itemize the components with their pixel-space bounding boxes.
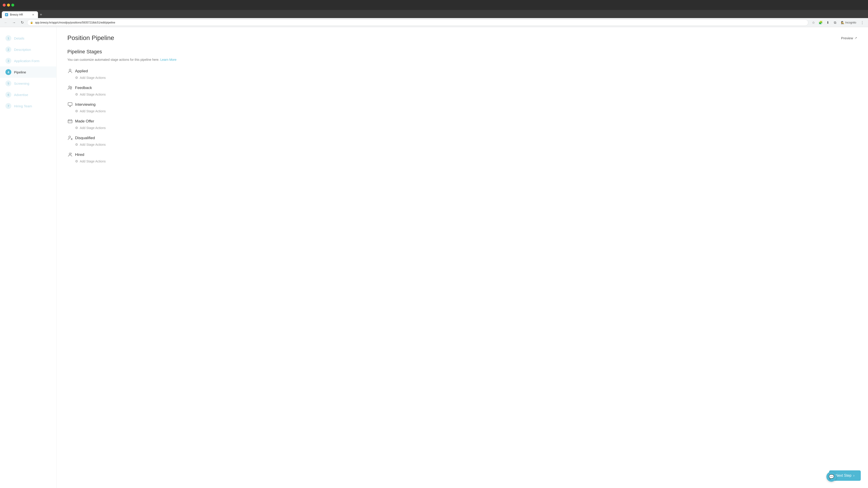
split-btn[interactable]: ⧉ [832,20,838,26]
svg-point-5 [69,136,70,138]
menu-btn[interactable]: ⋮ [859,20,865,26]
stage-interviewing: Interviewing ⚙ Add Stage Actions [67,102,857,113]
learn-more-link[interactable]: Learn More [160,58,177,61]
sidebar-label-application-form: Application Form [14,59,39,63]
made-offer-add-action[interactable]: ⚙ Add Stage Actions [75,126,857,130]
stage-applied-header: Applied [67,68,857,74]
stage-made-offer: Made Offer ⚙ Add Stage Actions [67,119,857,130]
active-tab[interactable]: B Breezy HR ✕ [2,11,38,18]
new-tab-btn[interactable]: + [38,11,44,18]
interviewing-add-action[interactable]: ⚙ Add Stage Actions [75,109,857,113]
window-close-btn[interactable] [3,4,6,6]
sidebar-step-num-description: 2 [5,46,11,53]
sidebar-step-num-pipeline: 4 [5,69,11,75]
sidebar-item-hiring-team[interactable]: 7 Hiring Team [0,100,56,111]
hired-stage-name: Hired [75,153,84,157]
sidebar-label-advertise: Advertise [14,93,28,97]
svg-point-0 [69,69,71,71]
applied-add-action[interactable]: ⚙ Add Stage Actions [75,76,857,80]
sidebar-label-details: Details [14,36,24,40]
sidebar-item-description[interactable]: 2 Description [0,44,56,55]
applied-action-label: Add Stage Actions [80,76,105,79]
hired-action-label: Add Stage Actions [80,160,105,163]
stage-applied: Applied ⚙ Add Stage Actions [67,68,857,80]
hired-icon [67,152,73,158]
interviewing-icon [67,102,73,107]
sidebar-item-screening[interactable]: 5 Screening [0,78,56,89]
incognito-label: Incognito [845,21,856,24]
next-step-label: Next Step [835,474,851,478]
feedback-add-action[interactable]: ⚙ Add Stage Actions [75,92,857,96]
sidebar-item-application-form[interactable]: 3 Application Form [0,55,56,66]
disqualified-icon [67,135,73,141]
address-security-icon: 🔒 [30,21,33,24]
hired-gear-icon: ⚙ [75,159,78,163]
sidebar-item-advertise[interactable]: 6 Advertise [0,89,56,100]
section-description: You can customize automated stage action… [67,57,857,62]
nav-actions: ☆ 🧩 ⬇ ⧉ 🕵 Incognito ⋮ [810,20,865,26]
interviewing-action-label: Add Stage Actions [80,109,105,113]
chat-widget[interactable]: 💬 [827,472,836,482]
tab-bar: B Breezy HR ✕ + [0,10,868,18]
sidebar-label-description: Description [14,48,31,52]
disqualified-gear-icon: ⚙ [75,142,78,147]
sidebar-label-pipeline: Pipeline [14,70,26,74]
preview-label: Preview [841,36,853,40]
svg-rect-4 [68,120,72,123]
feedback-icon [67,85,73,91]
stage-feedback: Feedback ⚙ Add Stage Actions [67,85,857,96]
tab-title: Breezy HR [10,13,23,16]
sidebar-step-num-screening: 5 [5,80,11,86]
svg-rect-3 [68,103,72,105]
page-header: Position Pipeline Preview ↗ [67,34,857,41]
window-maximize-btn[interactable] [11,4,14,6]
browser-chrome [0,0,868,10]
applied-icon [67,68,73,74]
stage-disqualified-header: Disqualified [67,135,857,141]
applied-gear-icon: ⚙ [75,76,78,80]
stage-feedback-header: Feedback [67,85,857,91]
sidebar-label-screening: Screening [14,82,29,86]
feedback-gear-icon: ⚙ [75,92,78,96]
window-controls [3,4,14,6]
sidebar-label-hiring-team: Hiring Team [14,104,32,108]
extensions-btn[interactable]: 🧩 [817,20,824,26]
sidebar-step-num-advertise: 6 [5,92,11,98]
page-title: Position Pipeline [67,34,114,41]
address-bar[interactable]: 🔒 app.breezy.hr/app/c/moodjoy/positions/… [27,20,808,26]
back-btn[interactable]: ← [3,20,9,26]
sidebar-step-num-details: 1 [5,35,11,41]
applied-stage-name: Applied [75,69,88,73]
svg-point-1 [69,86,70,88]
stage-disqualified: Disqualified ⚙ Add Stage Actions [67,135,857,147]
reload-btn[interactable]: ↻ [19,20,25,26]
section-title: Pipeline Stages [67,49,857,55]
forward-btn[interactable]: → [11,20,17,26]
external-link-icon: ↗ [855,36,857,40]
made-offer-gear-icon: ⚙ [75,126,78,130]
hired-add-action[interactable]: ⚙ Add Stage Actions [75,159,857,163]
feedback-action-label: Add Stage Actions [80,93,105,96]
sidebar-item-details[interactable]: 1 Details [0,33,56,44]
made-offer-action-label: Add Stage Actions [80,126,105,130]
interviewing-stage-name: Interviewing [75,102,96,107]
feedback-stage-name: Feedback [75,86,92,90]
incognito-icon: 🕵 [841,21,844,24]
window-minimize-btn[interactable] [7,4,10,6]
stage-hired: Hired ⚙ Add Stage Actions [67,152,857,163]
disqualified-action-label: Add Stage Actions [80,143,105,147]
tab-close-btn[interactable]: ✕ [31,13,35,17]
next-step-arrow-icon: › [853,474,855,478]
bookmark-btn[interactable]: ☆ [810,20,816,26]
browser-nav: ← → ↻ 🔒 app.breezy.hr/app/c/moodjoy/posi… [0,18,868,27]
download-btn[interactable]: ⬇ [825,20,831,26]
svg-point-2 [71,87,72,88]
main-content: Position Pipeline Preview ↗ Pipeline Sta… [57,27,868,488]
sidebar-item-pipeline[interactable]: 4 Pipeline [0,66,56,78]
tab-favicon: B [5,13,8,16]
app-container: 1 Details 2 Description 3 Application Fo… [0,27,868,488]
disqualified-add-action[interactable]: ⚙ Add Stage Actions [75,142,857,147]
preview-link[interactable]: Preview ↗ [841,36,857,40]
sidebar: 1 Details 2 Description 3 Application Fo… [0,27,57,488]
disqualified-stage-name: Disqualified [75,136,95,140]
